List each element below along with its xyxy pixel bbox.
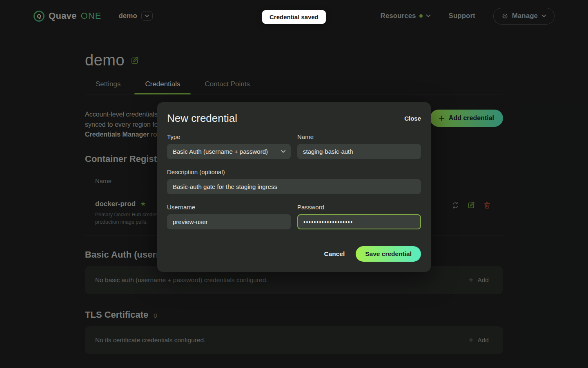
modal-title: New credential [167, 112, 237, 125]
type-select[interactable]: Basic Auth (username + password) [167, 144, 291, 159]
toast-notification: Credential saved [262, 10, 326, 24]
name-input[interactable] [297, 144, 421, 159]
password-label: Password [297, 204, 421, 211]
description-input[interactable] [167, 179, 421, 194]
chevron-down-icon [281, 150, 286, 153]
username-input[interactable] [167, 214, 291, 229]
close-button[interactable]: Close [404, 115, 421, 122]
username-label: Username [167, 204, 291, 211]
description-label: Description (optional) [167, 168, 421, 175]
cancel-button[interactable]: Cancel [324, 250, 345, 258]
new-credential-modal: New credential Close Type Basic Auth (us… [157, 102, 431, 272]
name-label: Name [297, 133, 421, 140]
password-input[interactable] [297, 214, 421, 229]
type-label: Type [167, 133, 291, 140]
save-credential-button[interactable]: Save credential [356, 246, 421, 262]
